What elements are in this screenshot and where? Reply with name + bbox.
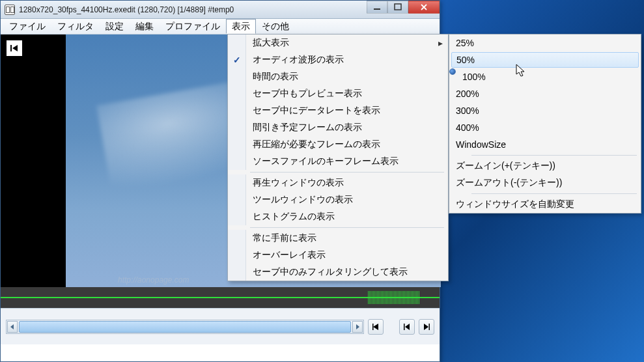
svg-marker-4 — [10, 324, 14, 329]
menu-label: WindowSize — [449, 136, 641, 153]
menu-item[interactable]: 間引き予定フレームの表示 — [228, 119, 448, 136]
menu-label: 200% — [449, 85, 641, 102]
menu-label: ソースファイルのキーフレーム表示 — [246, 153, 448, 170]
menu-label: セーブ中もプレビュー表示 — [246, 85, 448, 102]
display-menu-dropdown: 拡大表示▸オーディオ波形の表示時間の表示セーブ中もプレビュー表示セーブ中にデータ… — [227, 34, 449, 281]
menu-label: オーバーレイ表示 — [246, 247, 448, 264]
submenu-item[interactable]: 100% — [449, 68, 641, 85]
menu-label: 再圧縮が必要なフレームの表示 — [246, 136, 448, 153]
svg-marker-5 — [356, 324, 359, 329]
menu-label: 常に手前に表示 — [246, 230, 448, 247]
menu-label: 300% — [449, 102, 641, 119]
menu-gutter — [228, 230, 246, 247]
menu-separator — [471, 193, 637, 194]
scroll-left-button[interactable] — [7, 321, 18, 333]
submenu-item[interactable]: 400% — [449, 119, 641, 136]
menu-gutter — [228, 153, 246, 170]
menu-item[interactable]: セーブ中のみフィルタリングして表示 — [228, 264, 448, 281]
scroll-right-button[interactable] — [352, 321, 363, 333]
submenu-item[interactable]: 25% — [449, 35, 641, 51]
svg-rect-0 — [374, 8, 380, 10]
svg-rect-2 — [10, 45, 12, 51]
menu-gutter — [228, 191, 246, 208]
menu-label: セーブ中にデータレートを表示 — [246, 102, 448, 119]
menu-label: 時間の表示 — [246, 68, 448, 85]
menu-label: 再生ウィンドウの表示 — [246, 174, 448, 191]
menu-label: 25% — [449, 35, 641, 51]
menu-item-2[interactable]: 設定 — [100, 19, 130, 34]
menu-gutter — [228, 174, 246, 191]
submenu-item[interactable]: ズームアウト(-(テンキー)) — [449, 174, 641, 191]
menu-item-4[interactable]: プロファイル — [160, 19, 226, 34]
submenu-item[interactable]: 200% — [449, 85, 641, 102]
menu-gutter — [228, 247, 246, 264]
menu-item[interactable]: 再生ウィンドウの表示 — [228, 174, 448, 191]
menu-label: ヒストグラムの表示 — [246, 208, 448, 225]
scroll-thumb[interactable] — [19, 321, 351, 333]
titlebar[interactable]: 1280x720_30fps_44100Hz.exedit (1280,720)… — [1, 1, 440, 19]
svg-marker-3 — [12, 45, 18, 51]
submenu-item[interactable]: ズームイン(+(テンキー)) — [449, 158, 641, 174]
menu-item-3[interactable]: 編集 — [130, 19, 160, 34]
close-button[interactable] — [408, 1, 440, 14]
submenu-item[interactable]: ウィンドウサイズを自動変更 — [449, 196, 641, 213]
submenu-item[interactable]: 50% — [449, 51, 641, 68]
menu-gutter — [228, 119, 246, 136]
menu-item-5[interactable]: 表示 — [226, 19, 256, 34]
bottom-controls — [1, 308, 440, 344]
menu-label: ウィンドウサイズを自動変更 — [449, 196, 641, 213]
waveform-burst — [368, 291, 420, 304]
submenu-item[interactable]: WindowSize — [449, 136, 641, 153]
menu-gutter — [228, 136, 246, 153]
check-icon — [228, 51, 246, 68]
menu-item[interactable]: オーバーレイ表示 — [228, 247, 448, 264]
menu-label: ズームイン(+(テンキー)) — [449, 158, 641, 174]
watermark-text: http://aonopage.com — [118, 275, 189, 285]
first-frame-button[interactable] — [399, 319, 415, 335]
svg-rect-1 — [395, 4, 401, 10]
minimize-button[interactable] — [367, 1, 387, 14]
svg-marker-6 — [373, 324, 378, 330]
menu-item[interactable]: ヒストグラムの表示 — [228, 208, 448, 225]
menu-item[interactable]: セーブ中にデータレートを表示 — [228, 102, 448, 119]
svg-rect-8 — [404, 324, 405, 330]
menu-item-0[interactable]: ファイル — [3, 19, 51, 34]
waveform-track — [1, 287, 440, 308]
caption-buttons — [367, 1, 440, 14]
menu-gutter — [228, 264, 246, 281]
menu-item[interactable]: ツールウィンドウの表示 — [228, 191, 448, 208]
menu-label: 100% — [456, 68, 641, 85]
svg-marker-9 — [405, 324, 410, 330]
menu-item[interactable]: セーブ中もプレビュー表示 — [228, 85, 448, 102]
menu-item[interactable]: ソースファイルのキーフレーム表示 — [228, 153, 448, 170]
menu-separator — [250, 172, 444, 173]
menu-item[interactable]: 拡大表示▸ — [228, 35, 448, 51]
menubar: ファイルフィルタ設定編集プロファイル表示その他 — [1, 19, 440, 35]
last-frame-button[interactable] — [419, 319, 434, 335]
menu-item[interactable]: 時間の表示 — [228, 68, 448, 85]
svg-marker-10 — [424, 324, 428, 330]
menu-item[interactable]: 再圧縮が必要なフレームの表示 — [228, 136, 448, 153]
menu-item-1[interactable]: フィルタ — [51, 19, 100, 34]
prev-mark-button[interactable] — [368, 319, 384, 335]
menu-gutter — [228, 208, 246, 225]
menu-item[interactable]: オーディオ波形の表示 — [228, 51, 448, 68]
menu-label: セーブ中のみフィルタリングして表示 — [246, 264, 448, 281]
menu-gutter — [228, 35, 246, 51]
rewind-button[interactable] — [7, 40, 22, 56]
menu-item-6[interactable]: その他 — [256, 19, 295, 34]
menu-gutter — [228, 102, 246, 119]
maximize-button[interactable] — [387, 1, 408, 14]
menu-label: 50% — [451, 52, 639, 68]
timeline-scrollbar[interactable] — [6, 320, 364, 334]
svg-rect-11 — [429, 324, 430, 330]
menu-item[interactable]: 常に手前に表示 — [228, 230, 448, 247]
cursor-icon — [516, 64, 527, 78]
menu-label: 間引き予定フレームの表示 — [246, 119, 448, 136]
menu-gutter — [228, 85, 246, 102]
submenu-item[interactable]: 300% — [449, 102, 641, 119]
svg-rect-7 — [372, 324, 374, 330]
zoom-submenu: 25%50%100%200%300%400%WindowSizeズームイン(+(… — [449, 34, 641, 214]
app-icon — [5, 5, 15, 15]
menu-label: ツールウィンドウの表示 — [246, 191, 448, 208]
